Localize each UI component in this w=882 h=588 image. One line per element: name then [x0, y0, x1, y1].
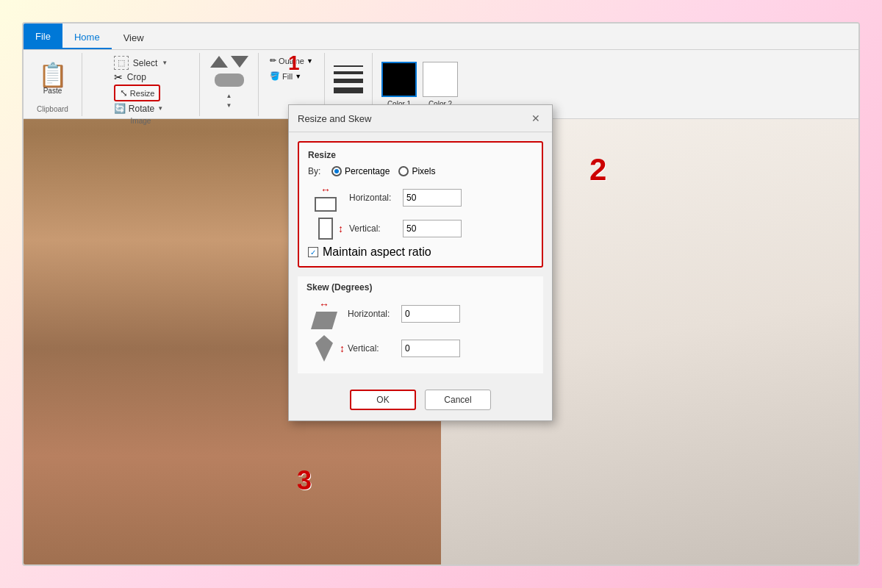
pixels-label: Pixels [412, 166, 435, 176]
select-icon: ⬚ [114, 56, 129, 70]
paste-label: Paste [43, 87, 62, 95]
parallelogram-icon [311, 312, 337, 329]
skew-vertical-input[interactable] [401, 340, 460, 357]
outline-dropdown[interactable]: ▼ [306, 57, 313, 65]
horizontal-rect-icon [315, 197, 337, 212]
crop-row: ✂ Crop [114, 71, 146, 83]
skew-horizontal-input[interactable] [401, 305, 460, 323]
rotate-dropdown[interactable]: ▼ [157, 105, 163, 112]
size-line-thck [334, 79, 363, 83]
vertical-rect-icon: ↕ [318, 218, 333, 240]
pixels-radio[interactable]: Pixels [398, 166, 435, 176]
image-label: Image [131, 114, 151, 125]
select-dropdown[interactable]: ▼ [162, 60, 168, 66]
tab-home[interactable]: Home [62, 26, 112, 49]
color2-swatch[interactable] [423, 62, 458, 97]
ribbon-group-clipboard: 📋 Paste Clipboard [24, 53, 82, 116]
shapes-scroll-up: ▲ [226, 93, 232, 99]
color1-swatch[interactable] [381, 62, 417, 97]
step-2-badge: 2 [589, 152, 606, 187]
skew-h-icon-area: ↔ [306, 298, 342, 329]
clipboard-label: Clipboard [37, 102, 68, 113]
pixels-radio-circle [398, 166, 409, 176]
horizontal-input[interactable] [403, 189, 462, 207]
ribbon-tabs: File Home View [24, 24, 858, 50]
crop-label[interactable]: Crop [127, 72, 146, 82]
skew-horizontal-row: ↔ Horizontal: [306, 298, 534, 329]
dialog-body: Resize By: Percentage Pixels [289, 132, 552, 382]
tab-view[interactable]: View [112, 26, 156, 49]
color2-group: Color 2 [423, 62, 458, 108]
speech-bubble-icon [215, 74, 244, 87]
skew-vertical-row: ↕ Vertical: [306, 335, 534, 362]
shapes-content: ▲ ▼ [210, 56, 248, 113]
resize-row: ⤡ Resize [114, 85, 161, 101]
skew-v-wrapper: ↕ [315, 335, 333, 362]
rotate-row: 🔄 Rotate ▼ [114, 103, 163, 114]
aspect-ratio-row: ✓ Maintain aspect ratio [308, 245, 533, 259]
ribbon-group-image: ⬚ Select ▼ ✂ Crop ⤡ [82, 53, 200, 116]
shape-icons-row [210, 56, 248, 68]
image-content: ⬚ Select ▼ ✂ Crop ⤡ [114, 56, 168, 114]
resize-section: Resize By: Percentage Pixels [298, 141, 543, 268]
shapes-scroll-down: ▼ [226, 102, 232, 109]
tab-file[interactable]: File [24, 23, 62, 49]
ribbon-group-shapes: ▲ ▼ [200, 53, 259, 116]
dialog-title: Resize and Skew [298, 113, 371, 124]
screenshot-container: File Home View 📋 Paste Clipboard [22, 22, 860, 566]
horizontal-label: Horizontal: [349, 193, 397, 203]
size-line-thckst [334, 87, 363, 93]
skew-title: Skew (Degrees) [306, 282, 534, 293]
percentage-radio-circle [331, 166, 342, 176]
select-area: ⬚ [114, 56, 129, 70]
skew-v-arrow: ↕ [340, 343, 345, 354]
vertical-icon-area: ↕ [308, 218, 343, 240]
select-label[interactable]: Select [133, 58, 157, 68]
size-line-med [334, 71, 363, 74]
percentage-radio[interactable]: Percentage [331, 166, 390, 176]
resize-vertical-row: ↕ Vertical: [308, 218, 533, 240]
select-icon-text: ⬚ [118, 58, 125, 68]
size-line-thick [334, 65, 363, 67]
triangle-up-icon [210, 56, 228, 68]
cancel-button[interactable]: Cancel [425, 390, 491, 410]
aspect-ratio-checkbox[interactable]: ✓ [308, 247, 318, 257]
paste-button[interactable]: 📋 Paste [34, 60, 72, 98]
dialog-titlebar: Resize and Skew ✕ [289, 105, 552, 132]
resize-skew-dialog: Resize and Skew ✕ Resize By: Percentage [288, 104, 553, 421]
size-lines [334, 65, 363, 93]
v-arrow-icon: ↕ [338, 223, 343, 234]
resize-horizontal-row: ↔ Horizontal: [308, 184, 533, 212]
skew-v-icon-area: ↕ [306, 335, 342, 362]
diamond-icon [315, 335, 333, 362]
resize-label: Resize [130, 89, 155, 98]
select-row: ⬚ Select ▼ [114, 56, 168, 70]
resize-icon: ⤡ [120, 87, 128, 98]
rotate-icon: 🔄 [114, 103, 126, 114]
vertical-label: Vertical: [349, 223, 397, 234]
color1-group: Color 1 [381, 62, 417, 108]
horizontal-icon-area: ↔ [308, 184, 343, 212]
skew-h-arrow: ↔ [319, 298, 329, 310]
dialog-buttons: OK Cancel [289, 382, 552, 420]
vertical-icon-wrapper: ↕ [318, 218, 333, 240]
step-1-badge: 1 [288, 51, 300, 75]
step-3-badge: 3 [297, 465, 312, 496]
crop-icon: ✂ [114, 71, 123, 83]
skew-vertical-label: Vertical: [348, 343, 395, 354]
rotate-label[interactable]: Rotate [129, 104, 154, 114]
by-label: By: [308, 166, 323, 176]
ok-button[interactable]: OK [350, 390, 416, 410]
resize-button[interactable]: ⤡ Resize [114, 85, 161, 101]
dialog-close-button[interactable]: ✕ [528, 111, 543, 126]
by-row: By: Percentage Pixels [308, 166, 533, 176]
skew-section: Skew (Degrees) ↔ Horizontal: ↕ [298, 276, 543, 373]
aspect-ratio-label: Maintain aspect ratio [323, 245, 431, 259]
fill-icon: 🪣 [270, 71, 280, 81]
h-arrow-icon: ↔ [320, 184, 331, 196]
size-content [334, 56, 363, 102]
outline-icon: ✏ [270, 56, 276, 65]
resize-section-title: Resize [308, 150, 533, 160]
vertical-input[interactable] [403, 220, 462, 237]
percentage-label: Percentage [345, 166, 390, 176]
